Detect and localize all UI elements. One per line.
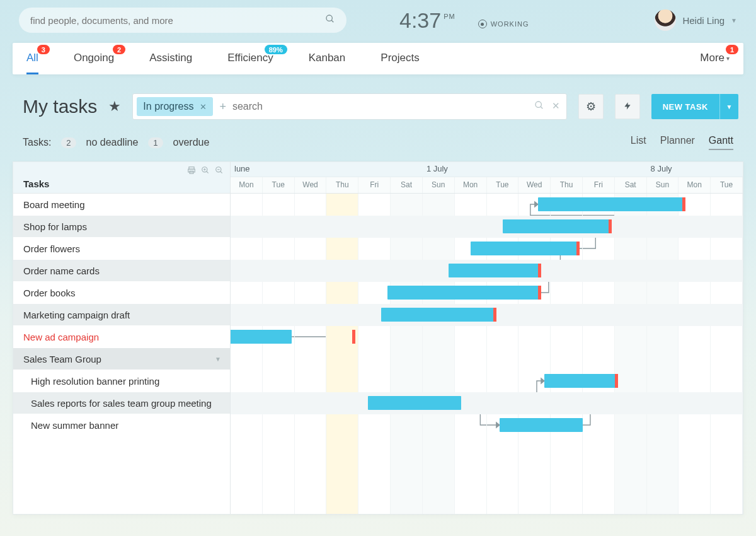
- workspace-tabs: All 3 Ongoing 2 Assisting Efficiency 89%…: [13, 43, 743, 74]
- new-task-button-group: NEW TASK ▼: [651, 94, 738, 119]
- grid-column: [263, 194, 295, 514]
- global-search-input[interactable]: [30, 15, 325, 26]
- task-label: Sales reports for sales team group meeti…: [31, 398, 212, 409]
- grid-column: [295, 194, 327, 514]
- gantt-bar[interactable]: [500, 418, 583, 432]
- grid-column: [583, 194, 615, 514]
- tab-efficiency[interactable]: Efficiency 89%: [227, 52, 273, 74]
- svg-rect-5: [188, 169, 195, 172]
- task-filter[interactable]: In progress ✕ + ✕: [132, 93, 566, 120]
- grid-column: [711, 194, 743, 514]
- task-label: New ad campaign: [23, 332, 99, 342]
- task-rows-container: Board meetingShop for lampsOrder flowers…: [13, 194, 230, 436]
- status-row: Tasks: 2 no deadline 1 overdue List Plan…: [0, 127, 756, 161]
- svg-point-2: [536, 102, 541, 107]
- star-icon[interactable]: ★: [108, 98, 121, 115]
- tab-assisting[interactable]: Assisting: [149, 52, 192, 74]
- search-icon[interactable]: [534, 100, 544, 113]
- gantt-bar[interactable]: [538, 197, 685, 211]
- clock-ampm: PM: [444, 13, 455, 20]
- day-header: Tue: [487, 177, 519, 193]
- task-label: High resolution banner printing: [31, 376, 159, 387]
- zoom-out-icon[interactable]: [215, 166, 224, 177]
- record-icon: [478, 20, 487, 28]
- gantt-bar[interactable]: [381, 308, 496, 322]
- day-header: Sat: [615, 177, 647, 193]
- gantt-bar[interactable]: [471, 242, 580, 255]
- task-label: Shop for lamps: [23, 221, 87, 232]
- new-task-button[interactable]: NEW TASK: [651, 94, 719, 119]
- view-planner[interactable]: Planner: [660, 135, 695, 150]
- grid-column: [679, 194, 711, 514]
- task-row[interactable]: High resolution banner printing: [13, 370, 230, 392]
- task-row[interactable]: Shop for lamps: [13, 216, 230, 238]
- chip-label: In progress: [143, 101, 193, 112]
- view-gantt[interactable]: Gantt: [709, 135, 733, 150]
- plus-icon[interactable]: +: [219, 100, 226, 114]
- week-label: lune: [231, 162, 423, 177]
- presence-status[interactable]: WORKING: [478, 20, 529, 28]
- new-task-dropdown[interactable]: ▼: [719, 94, 738, 119]
- tab-kanban[interactable]: Kanban: [309, 52, 346, 74]
- task-column-header: Tasks: [13, 162, 230, 194]
- gantt-bar[interactable]: [449, 264, 541, 277]
- svg-line-8: [207, 172, 209, 173]
- gantt-timeline[interactable]: lune 1 July 8 July MonTueWedThuFriSatSun…: [231, 162, 743, 514]
- gear-icon: ⚙: [586, 100, 596, 114]
- tab-label: Ongoing: [74, 52, 114, 64]
- tab-projects[interactable]: Projects: [381, 52, 419, 74]
- close-icon[interactable]: ✕: [200, 102, 207, 112]
- print-icon[interactable]: [187, 166, 196, 177]
- tab-all[interactable]: All 3: [26, 52, 38, 74]
- settings-button[interactable]: ⚙: [578, 94, 604, 119]
- task-row[interactable]: Order name cards: [13, 260, 230, 282]
- tab-label: All: [26, 52, 38, 64]
- badge: 2: [113, 45, 125, 54]
- tab-label: Projects: [381, 52, 419, 64]
- no-deadline-label[interactable]: no deadline: [86, 137, 139, 148]
- grid-column: [358, 194, 391, 514]
- caret-down-icon: ▼: [726, 103, 733, 110]
- filter-search-input[interactable]: [230, 98, 530, 115]
- title-bar: My tasks ★ In progress ✕ + ✕ ⚙ NEW TASK …: [0, 74, 756, 127]
- global-search[interactable]: [19, 8, 346, 33]
- week-label: 1 July: [423, 162, 647, 177]
- task-row[interactable]: New ad campaign: [13, 326, 230, 348]
- task-row[interactable]: Sales Team Group▼: [13, 348, 230, 370]
- day-header: Fri: [583, 177, 615, 193]
- task-label: Order name cards: [23, 265, 100, 276]
- user-name: Heidi Ling: [682, 15, 724, 26]
- task-row[interactable]: Marketing campaign draft: [13, 304, 230, 326]
- gantt-bar[interactable]: [544, 374, 618, 388]
- gantt-bar[interactable]: [387, 286, 541, 300]
- chevron-down-icon[interactable]: ▼: [215, 356, 221, 363]
- tasks-prefix: Tasks:: [23, 137, 51, 148]
- chevron-down-icon: ▼: [731, 17, 737, 24]
- no-deadline-count: 2: [61, 137, 76, 148]
- user-menu[interactable]: Heidi Ling ▼: [655, 9, 737, 31]
- overdue-label[interactable]: overdue: [173, 137, 210, 148]
- svg-line-12: [220, 172, 222, 173]
- task-row[interactable]: Order books: [13, 282, 230, 304]
- gantt-bar[interactable]: [231, 330, 292, 344]
- quick-actions-button[interactable]: [615, 94, 640, 119]
- filter-chip-in-progress[interactable]: In progress ✕: [137, 97, 213, 116]
- gantt-bar[interactable]: [503, 219, 612, 233]
- deadline-marker: [538, 286, 541, 300]
- tab-more[interactable]: More ▾ 1: [700, 52, 730, 74]
- deadline-marker: [609, 219, 612, 233]
- gantt-bar[interactable]: [368, 396, 461, 410]
- grid-column: [423, 194, 455, 514]
- day-header: Tue: [263, 177, 295, 193]
- grid-column: [391, 194, 423, 514]
- day-header: Sat: [391, 177, 423, 193]
- task-row[interactable]: Board meeting: [13, 194, 230, 216]
- day-header: Sun: [647, 177, 679, 193]
- tab-ongoing[interactable]: Ongoing 2: [74, 52, 114, 74]
- task-row[interactable]: Sales reports for sales team group meeti…: [13, 392, 230, 414]
- task-row[interactable]: Order flowers: [13, 238, 230, 260]
- view-list[interactable]: List: [631, 135, 646, 150]
- clear-filter-icon[interactable]: ✕: [552, 100, 560, 113]
- task-row[interactable]: New summer banner: [13, 414, 230, 436]
- zoom-in-icon[interactable]: [201, 166, 210, 177]
